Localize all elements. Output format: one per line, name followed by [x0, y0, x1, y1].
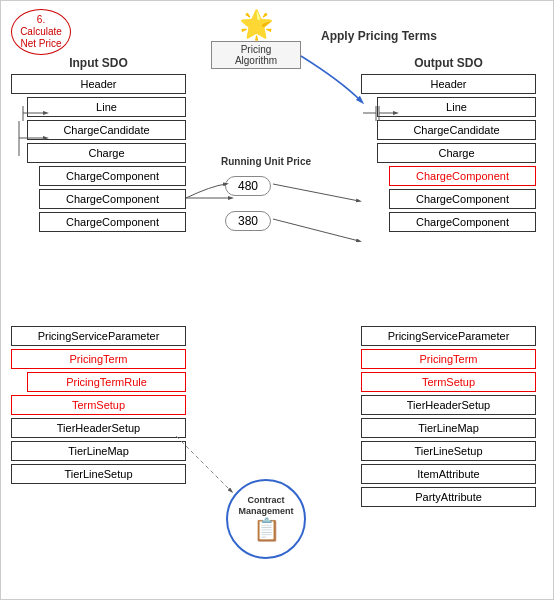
output-sdo-bottom-section: PricingServiceParameter PricingTerm Term… [361, 326, 536, 510]
input-chargecandidate-box: ChargeCandidate [27, 120, 186, 140]
output-line-box: Line [377, 97, 536, 117]
input-tierheadersetup-box: TierHeaderSetup [11, 418, 186, 438]
main-container: { "step": { "number": "6.", "line1": "Ca… [0, 0, 554, 600]
rup-value-2: 380 [225, 211, 271, 231]
output-pricingserviceparameter-box: PricingServiceParameter [361, 326, 536, 346]
input-pricingserviceparameter-box: PricingServiceParameter [11, 326, 186, 346]
step-line2: Net Price [20, 38, 61, 49]
input-sdo-title: Input SDO [11, 56, 186, 70]
input-chargecomponent-2-box: ChargeComponent [39, 189, 186, 209]
output-chargecomponent-2-box: ChargeComponent [389, 189, 536, 209]
input-termsetup-box: TermSetup [11, 395, 186, 415]
contract-icon: 📋 [253, 517, 280, 543]
output-sdo-title: Output SDO [361, 56, 536, 70]
input-pricingtermrule-box: PricingTermRule [27, 372, 186, 392]
input-tierlinesetup-box: TierLineSetup [11, 464, 186, 484]
output-chargecomponent-3-box: ChargeComponent [389, 212, 536, 232]
input-chargecomponent-3-box: ChargeComponent [39, 212, 186, 232]
input-charge-box: Charge [27, 143, 186, 163]
output-partyattribute-box: PartyAttribute [361, 487, 536, 507]
contract-circle: ContractManagement 📋 [226, 479, 306, 559]
step-label: 6. Calculate Net Price [11, 9, 71, 55]
output-header-box: Header [361, 74, 536, 94]
output-chargecomponent-1-box: ChargeComponent [389, 166, 536, 186]
algorithm-box: 🌟 PricingAlgorithm [211, 11, 301, 69]
svg-line-9 [273, 184, 359, 201]
output-charge-box: Charge [377, 143, 536, 163]
input-pricingterm-box: PricingTerm [11, 349, 186, 369]
contract-label: ContractManagement [238, 495, 293, 517]
step-line1: Calculate [20, 26, 62, 37]
groovy-icon: 🌟 [211, 11, 301, 39]
output-tierlinesetup-box: TierLineSetup [361, 441, 536, 461]
step-number: 6. [37, 14, 45, 25]
input-sdo-section: Input SDO Header Line ChargeCandidate Ch… [11, 56, 186, 235]
input-line-box: Line [27, 97, 186, 117]
input-tierlinemap-box: TierLineMap [11, 441, 186, 461]
input-sdo-bottom-section: PricingServiceParameter PricingTerm Pric… [11, 326, 186, 487]
output-sdo-section: Output SDO Header Line ChargeCandidate C… [361, 56, 536, 235]
output-itemattribute-box: ItemAttribute [361, 464, 536, 484]
svg-line-10 [273, 219, 359, 241]
output-tierlinemap-box: TierLineMap [361, 418, 536, 438]
contract-management-box: ContractManagement 📋 [221, 479, 311, 559]
output-termsetup-box: TermSetup [361, 372, 536, 392]
output-chargecandidate-box: ChargeCandidate [377, 120, 536, 140]
apply-pricing-label: Apply Pricing Terms [321, 29, 437, 43]
rup-value-1: 480 [225, 176, 271, 196]
output-tierheadersetup-box: TierHeaderSetup [361, 395, 536, 415]
input-chargecomponent-1-box: ChargeComponent [39, 166, 186, 186]
output-pricingterm-box: PricingTerm [361, 349, 536, 369]
input-header-box: Header [11, 74, 186, 94]
running-unit-price-label: Running Unit Price [216, 156, 316, 167]
algorithm-label: PricingAlgorithm [211, 41, 301, 69]
